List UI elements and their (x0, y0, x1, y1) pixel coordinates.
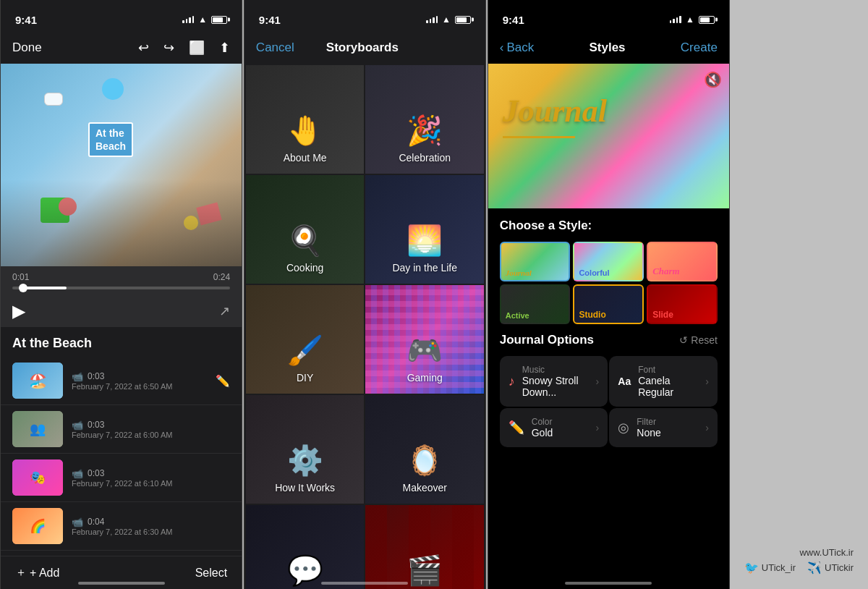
aboutme-label: About Me (284, 152, 327, 164)
style-slide[interactable]: Slide (647, 284, 718, 324)
nav-icons: ↩ ↪ ⬜ ⬆ (138, 40, 230, 56)
storyboard-item-gaming[interactable]: 🎮 Gaming (365, 285, 484, 394)
style-active[interactable]: Active (500, 284, 571, 324)
filter-label: Filter (637, 417, 698, 427)
celebration-label: Celebration (399, 152, 451, 164)
howitworks-label: How It Works (275, 482, 335, 493)
play-button[interactable]: ▶ (12, 301, 25, 321)
clip-thumbnail-2: 🎭 (12, 459, 63, 496)
music-label: Music (522, 365, 589, 375)
clip-thumbnail-3: 🌈 (12, 508, 63, 544)
style-colorful[interactable]: Colorful (573, 242, 644, 281)
style-charm[interactable]: Charm (647, 242, 718, 281)
storyboard-item-qa[interactable]: 💬 Q&A (246, 505, 365, 589)
option-music[interactable]: ♪ Music Snowy Stroll Down... › (500, 356, 608, 407)
daylife-label: Day in the Life (392, 262, 457, 274)
reset-button[interactable]: ↺ Reset (679, 334, 718, 346)
journal-preview-title: Journal (503, 93, 607, 130)
telegram-icon: ✈️ (807, 561, 822, 575)
select-button[interactable]: Select (195, 567, 227, 580)
style-studio[interactable]: Studio (573, 284, 644, 324)
done-button[interactable]: Done (12, 41, 42, 55)
styles-section: Choose a Style: Journal Colorful Charm A… (488, 208, 729, 333)
phone2-storyboards: 9:41 ▲ Cancel Storyboards (244, 0, 486, 589)
clip-date-3: February 7, 2022 at 6:30 AM (72, 527, 230, 536)
fullscreen-button[interactable]: ↗ (219, 303, 230, 319)
clip-edit-button-0[interactable]: ✏️ (216, 374, 230, 388)
twitter-icon: 🐦 (744, 561, 759, 575)
back-button[interactable]: ‹ Back (500, 41, 534, 55)
storyboard-item-cooking[interactable]: 🍳 Cooking (246, 175, 365, 284)
phone1-video-editor: 9:41 ▲ Done ↩ ↪ ⬜ ⬆ (0, 0, 242, 589)
journal-preview: Journal 🔇 (488, 64, 729, 208)
reset-icon: ↺ (679, 334, 688, 346)
status-time-1: 9:41 (15, 14, 37, 26)
telegram-label: UTickir (825, 562, 854, 573)
gaming-icon: 🎮 (407, 334, 443, 368)
status-time-3: 9:41 (503, 14, 524, 26)
font-content: Font Canela Regular (638, 365, 698, 398)
journal-preview-underline (503, 136, 575, 138)
back-chevron-icon: ‹ (500, 41, 504, 55)
frames-button[interactable]: ⬜ (189, 40, 205, 56)
storyboard-item-aboutme[interactable]: 🤚 About Me (246, 65, 365, 174)
signal-icon (182, 16, 194, 23)
status-time-2: 9:41 (259, 14, 281, 26)
wifi-icon-2: ▲ (442, 14, 451, 25)
video-preview[interactable]: At the Beach (1, 64, 242, 266)
diy-label: DIY (297, 372, 313, 384)
status-icons-1: ▲ (182, 14, 227, 25)
storyboard-item-makeover[interactable]: 🪞 Makeover (365, 395, 484, 504)
clip-item-2[interactable]: 🎭 📹 0:03 February 7, 2022 at 6:10 AM (1, 454, 242, 502)
add-clip-button[interactable]: ＋ + Add (15, 565, 59, 580)
undo-button[interactable]: ↩ (138, 40, 149, 56)
clip-video-icon-0: 📹 (72, 371, 83, 382)
timeline-bar: 0:01 0:24 (1, 266, 242, 295)
storyboard-item-celebration[interactable]: 🎉 Celebration (365, 65, 484, 174)
signal-icon-3 (670, 16, 681, 23)
website-label: www.UTick.ir (744, 547, 854, 558)
twitter-label: UTick_ir (762, 562, 796, 573)
option-filter[interactable]: ◎ Filter None › (609, 408, 718, 447)
clip-info-0: 📹 0:03 February 7, 2022 at 6:50 AM (72, 371, 207, 391)
font-chevron-icon: › (705, 376, 709, 387)
color-label: Color (532, 417, 589, 427)
time-end: 0:24 (213, 272, 230, 282)
status-bar-3: 9:41 ▲ (488, 0, 729, 32)
mute-button[interactable]: 🔇 (704, 71, 722, 88)
options-grid: ♪ Music Snowy Stroll Down... › Aa Font C… (500, 356, 718, 447)
clip-video-icon-1: 📹 (72, 420, 83, 431)
option-font[interactable]: Aa Font Canela Regular › (609, 356, 718, 407)
clip-item-3[interactable]: 🌈 📹 0:04 February 7, 2022 at 6:30 AM (1, 502, 242, 551)
music-content: Music Snowy Stroll Down... (522, 365, 589, 398)
signal-icon-2 (426, 16, 438, 23)
storyboard-item-daylife[interactable]: 🌅 Day in the Life (365, 175, 484, 284)
create-button[interactable]: Create (681, 41, 718, 55)
twitter-link[interactable]: 🐦 UTick_ir (744, 561, 796, 575)
time-start: 0:01 (12, 272, 29, 282)
clip-item-0[interactable]: 🏖️ 📹 0:03 February 7, 2022 at 6:50 AM ✏️ (1, 357, 242, 405)
styles-nav-bar: ‹ Back Styles Create (488, 32, 729, 64)
clip-item-1[interactable]: 👥 📹 0:03 February 7, 2022 at 6:00 AM (1, 405, 242, 454)
color-content: Color Gold (532, 417, 589, 438)
color-chevron-icon: › (596, 422, 600, 433)
telegram-link[interactable]: ✈️ UTickir (807, 561, 854, 575)
cancel-button[interactable]: Cancel (256, 41, 294, 55)
storyboard-item-film[interactable]: 🎬 Film (365, 505, 484, 589)
timeline-scrubber[interactable] (19, 284, 27, 292)
film-icon: 🎬 (407, 554, 443, 588)
clip-video-icon-2: 📹 (72, 468, 83, 479)
color-value: Gold (532, 427, 589, 438)
styles-section-title: Choose a Style: (500, 219, 718, 233)
option-color[interactable]: ✏️ Color Gold › (500, 408, 608, 447)
storyboard-item-diy[interactable]: 🖌️ DIY (246, 285, 365, 394)
storyboard-item-howitworks[interactable]: ⚙️ How It Works (246, 395, 365, 504)
home-indicator-1 (78, 582, 165, 585)
clip-list: 🏖️ 📹 0:03 February 7, 2022 at 6:50 AM ✏️ (1, 357, 242, 589)
wifi-icon-3: ▲ (686, 14, 694, 25)
timeline-track[interactable] (12, 287, 230, 289)
redo-button[interactable]: ↪ (163, 40, 174, 56)
music-icon: ♪ (509, 374, 515, 389)
style-journal[interactable]: Journal (500, 242, 571, 281)
share-button[interactable]: ⬆ (219, 40, 230, 56)
